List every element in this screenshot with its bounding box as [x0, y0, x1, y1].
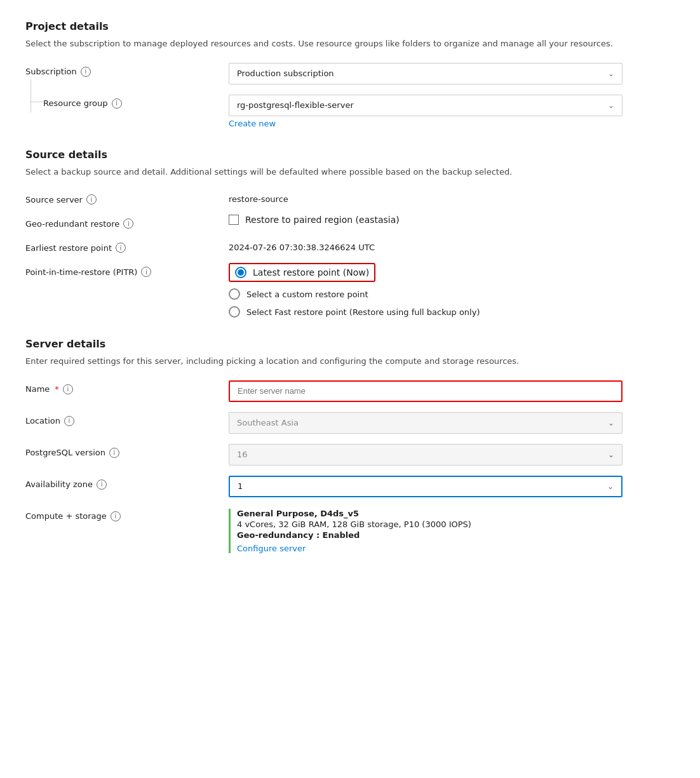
compute-storage-label: Compute + storage i [25, 507, 229, 521]
server-details-title: Server details [25, 338, 675, 350]
availability-zone-info-icon[interactable]: i [97, 480, 107, 490]
compute-storage-info-icon[interactable]: i [111, 511, 121, 521]
postgresql-version-select-value: 16 [237, 450, 248, 459]
subscription-label: Subscription i [25, 63, 229, 77]
name-required-star: * [55, 384, 59, 394]
resource-group-select[interactable]: rg-postgresql-flexible-server ⌄ [229, 95, 623, 116]
name-input[interactable] [229, 380, 623, 402]
source-details-title: Source details [25, 149, 675, 161]
resource-group-select-value: rg-postgresql-flexible-server [237, 100, 354, 110]
pitr-option-fast-radio[interactable] [229, 306, 240, 318]
compute-tier-value: General Purpose, D4ds_v5 [237, 509, 359, 518]
geo-redundant-control: Restore to paired region (eastasia) [229, 215, 675, 225]
resource-group-row: Resource group i rg-postgresql-flexible-… [25, 95, 675, 128]
pitr-control: Latest restore point (Now) Select a cust… [229, 263, 675, 318]
geo-redundant-checkbox-row: Restore to paired region (eastasia) [229, 215, 675, 225]
name-label: Name * i [25, 380, 229, 394]
postgresql-version-select[interactable]: 16 ⌄ [229, 444, 623, 466]
project-details-desc: Select the subscription to manage deploy… [25, 37, 675, 50]
pitr-option-latest-label: Latest restore point (Now) [253, 267, 369, 278]
geo-redundancy: Geo-redundancy : Enabled [237, 530, 675, 540]
earliest-restore-info-icon[interactable]: i [116, 243, 126, 253]
compute-storage-row: Compute + storage i General Purpose, D4d… [25, 507, 675, 553]
postgresql-version-row: PostgreSQL version i 16 ⌄ [25, 444, 675, 466]
source-server-control: restore-source [229, 191, 675, 204]
compute-tier: General Purpose, D4ds_v5 [237, 509, 675, 518]
availability-zone-label: Availability zone i [25, 476, 229, 490]
location-row: Location i Southeast Asia ⌄ [25, 412, 675, 434]
pitr-option-fast-label: Select Fast restore point (Restore using… [246, 307, 480, 317]
subscription-control: Production subscription ⌄ [229, 63, 675, 84]
geo-redundancy-value: Geo-redundancy : Enabled [237, 530, 360, 540]
availability-zone-chevron-icon: ⌄ [607, 482, 614, 491]
availability-zone-select-value: 1 [238, 481, 243, 491]
earliest-restore-value: 2024-07-26 07:30:38.3246624 UTC [229, 239, 675, 252]
pitr-row: Point-in-time-restore (PITR) i Latest re… [25, 263, 675, 318]
pitr-option-custom-label: Select a custom restore point [246, 290, 368, 299]
compute-storage-control: General Purpose, D4ds_v5 4 vCores, 32 Gi… [229, 507, 675, 553]
geo-redundant-checkbox-label: Restore to paired region (eastasia) [245, 215, 400, 225]
source-details-section: Source details Select a backup source an… [25, 149, 675, 318]
pitr-option-custom-radio[interactable] [229, 288, 240, 300]
availability-zone-select[interactable]: 1 ⌄ [229, 476, 623, 497]
source-server-info-icon[interactable]: i [86, 194, 97, 205]
pitr-option-latest-radio-inner [238, 269, 244, 276]
location-info-icon[interactable]: i [64, 416, 74, 426]
postgresql-version-label: PostgreSQL version i [25, 444, 229, 458]
source-server-row: Source server i restore-source [25, 191, 675, 205]
earliest-restore-control: 2024-07-26 07:30:38.3246624 UTC [229, 239, 675, 252]
pitr-info-icon[interactable]: i [141, 267, 151, 277]
pitr-option-custom-row[interactable]: Select a custom restore point [229, 288, 675, 300]
source-details-desc: Select a backup source and detail. Addit… [25, 166, 675, 178]
subscription-info-icon[interactable]: i [81, 67, 91, 77]
source-server-value: restore-source [229, 191, 675, 204]
postgresql-version-control: 16 ⌄ [229, 444, 675, 466]
compute-storage-details: General Purpose, D4ds_v5 4 vCores, 32 Gi… [229, 509, 675, 553]
source-server-label: Source server i [25, 191, 229, 205]
compute-desc: 4 vCores, 32 GiB RAM, 128 GiB storage, P… [237, 520, 675, 529]
pitr-label: Point-in-time-restore (PITR) i [25, 263, 229, 277]
pitr-option-latest-container[interactable]: Latest restore point (Now) [229, 263, 375, 282]
postgresql-version-chevron-icon: ⌄ [608, 450, 614, 459]
location-label: Location i [25, 412, 229, 426]
geo-redundant-row: Geo-redundant restore i Restore to paire… [25, 215, 675, 229]
geo-redundant-checkbox[interactable] [229, 215, 239, 225]
pitr-option-fast-row[interactable]: Select Fast restore point (Restore using… [229, 306, 675, 318]
name-control [229, 380, 675, 402]
geo-redundant-label: Geo-redundant restore i [25, 215, 229, 229]
pitr-radio-group: Latest restore point (Now) Select a cust… [229, 263, 675, 318]
server-details-desc: Enter required settings for this server,… [25, 355, 675, 368]
subscription-row: Subscription i Production subscription ⌄ [25, 63, 675, 84]
postgresql-version-info-icon[interactable]: i [109, 448, 119, 458]
location-control: Southeast Asia ⌄ [229, 412, 675, 434]
create-new-link[interactable]: Create new [229, 119, 276, 128]
project-details-title: Project details [25, 20, 675, 32]
resource-group-control: rg-postgresql-flexible-server ⌄ Create n… [229, 95, 675, 128]
resource-group-label: Resource group i [25, 95, 229, 109]
name-row: Name * i [25, 380, 675, 402]
earliest-restore-row: Earliest restore point i 2024-07-26 07:3… [25, 239, 675, 253]
resource-group-chevron-icon: ⌄ [608, 101, 614, 110]
server-details-section: Server details Enter required settings f… [25, 338, 675, 553]
resource-group-info-icon[interactable]: i [112, 98, 122, 109]
availability-zone-row: Availability zone i 1 ⌄ [25, 476, 675, 497]
subscription-select-value: Production subscription [237, 69, 334, 78]
project-details-section: Project details Select the subscription … [25, 20, 675, 128]
availability-zone-control: 1 ⌄ [229, 476, 675, 497]
subscription-select[interactable]: Production subscription ⌄ [229, 63, 623, 84]
geo-redundant-info-icon[interactable]: i [123, 218, 133, 229]
location-select-value: Southeast Asia [237, 418, 299, 427]
earliest-restore-label: Earliest restore point i [25, 239, 229, 253]
subscription-chevron-icon: ⌄ [608, 69, 614, 78]
location-chevron-icon: ⌄ [608, 419, 614, 427]
configure-server-link[interactable]: Configure server [237, 544, 306, 553]
location-select[interactable]: Southeast Asia ⌄ [229, 412, 623, 434]
name-info-icon[interactable]: i [63, 384, 73, 394]
pitr-option-latest-radio[interactable] [235, 267, 246, 278]
